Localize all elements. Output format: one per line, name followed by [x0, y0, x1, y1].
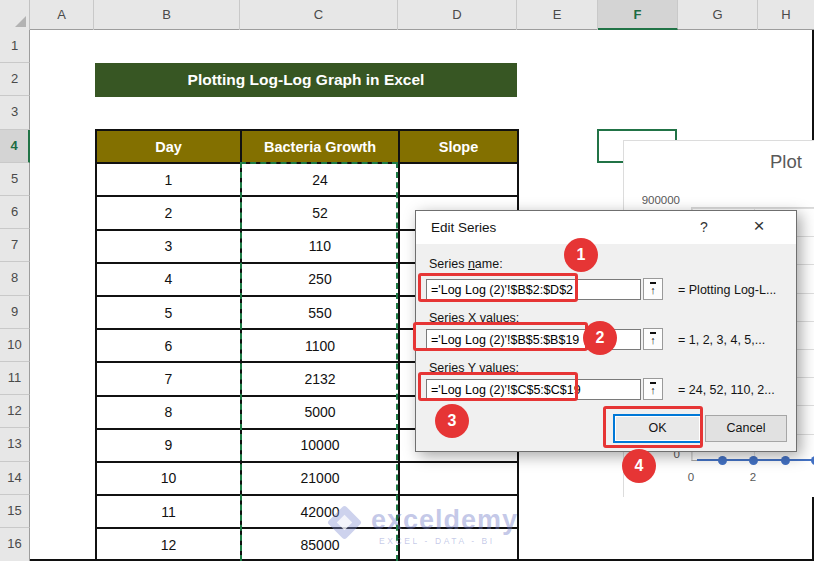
cell-growth[interactable]: 24: [241, 163, 399, 196]
cell-growth[interactable]: 21000: [241, 462, 399, 495]
cell-growth[interactable]: 550: [241, 296, 399, 329]
select-all-corner[interactable]: [0, 0, 30, 30]
cell-day[interactable]: 4: [96, 263, 241, 296]
chart-y-axis-max-label: 900000: [630, 194, 680, 206]
excel-window: A B C D E F G H 1 2 3 4 5 6 7 8 9 10 11 …: [0, 0, 814, 561]
help-icon[interactable]: ?: [696, 219, 712, 235]
cell-day[interactable]: 12: [96, 528, 241, 561]
chart-data-marker: [749, 456, 758, 465]
row-header-1[interactable]: 1: [0, 30, 30, 63]
series-y-range-picker-button[interactable]: ↑: [643, 378, 663, 400]
row-header-16[interactable]: 16: [0, 528, 30, 561]
cell-growth[interactable]: 250: [241, 263, 399, 296]
row-header-9[interactable]: 9: [0, 296, 30, 329]
ok-button[interactable]: OK: [613, 414, 702, 443]
chart-x-axis-tick-0: 0: [684, 471, 698, 483]
cell-day[interactable]: 3: [96, 230, 241, 263]
series-name-input[interactable]: [426, 279, 641, 300]
cell-day[interactable]: 1: [96, 163, 241, 196]
column-header-h[interactable]: H: [758, 0, 814, 30]
watermark-tagline: EXCEL - DATA - BI: [379, 536, 495, 546]
cell-day[interactable]: 2: [96, 196, 241, 229]
cell-slope[interactable]: [399, 163, 518, 196]
series-x-result: = 1, 2, 3, 4, 5,...: [678, 333, 765, 347]
row-header-4-selected[interactable]: 4: [0, 130, 30, 163]
chart-title: Plot: [770, 151, 802, 173]
series-name-result: = Plotting Log-L...: [678, 283, 776, 297]
series-x-label: Series X values:: [429, 311, 519, 325]
edit-series-dialog: Edit Series ? × Series name: ↑ = Plottin…: [415, 210, 797, 452]
row-header-11[interactable]: 11: [0, 362, 30, 395]
table-header-bacteria-growth[interactable]: Bacteria Growth: [241, 130, 399, 163]
column-header-f-selected[interactable]: F: [598, 0, 678, 30]
column-header-e[interactable]: E: [517, 0, 598, 30]
cell-day[interactable]: 9: [96, 429, 241, 462]
series-x-input[interactable]: [426, 329, 641, 350]
cancel-button[interactable]: Cancel: [705, 415, 787, 442]
select-all-triangle-icon: [15, 16, 26, 27]
row-header-7[interactable]: 7: [0, 229, 30, 262]
row-header-3[interactable]: 3: [0, 96, 30, 129]
table-header-row: Day Bacteria Growth Slope: [96, 130, 518, 163]
cell-day[interactable]: 8: [96, 396, 241, 429]
row-header-15[interactable]: 15: [0, 495, 30, 528]
cell-day[interactable]: 11: [96, 495, 241, 528]
cell-day[interactable]: 6: [96, 329, 241, 362]
series-x-range-picker-button[interactable]: ↑: [643, 328, 663, 350]
dialog-titlebar[interactable]: Edit Series ? ×: [416, 211, 796, 244]
table-row: 1021000: [96, 462, 518, 495]
series-y-result: = 24, 52, 110, 2...: [678, 383, 775, 397]
row-header-10[interactable]: 10: [0, 329, 30, 362]
table-header-day[interactable]: Day: [96, 130, 241, 163]
row-header-13[interactable]: 13: [0, 428, 30, 461]
table-header-slope[interactable]: Slope: [399, 130, 518, 163]
cell-growth[interactable]: 10000: [241, 429, 399, 462]
cell-slope[interactable]: [399, 462, 518, 495]
watermark-brand: exceldemy: [371, 505, 518, 536]
series-name-label: Series name:: [429, 257, 503, 271]
table-row: 124: [96, 163, 518, 196]
cell-growth[interactable]: 1100: [241, 329, 399, 362]
row-header-2[interactable]: 2: [0, 63, 30, 96]
chart-data-marker: [781, 456, 790, 465]
column-header-d[interactable]: D: [398, 0, 517, 30]
dialog-title: Edit Series: [431, 220, 496, 235]
row-header-5[interactable]: 5: [0, 163, 30, 196]
row-header-14[interactable]: 14: [0, 462, 30, 495]
series-y-input[interactable]: [426, 379, 641, 400]
row-header-12[interactable]: 12: [0, 395, 30, 428]
cell-growth[interactable]: 52: [241, 196, 399, 229]
column-header-g[interactable]: G: [678, 0, 758, 30]
cell-day[interactable]: 7: [96, 362, 241, 395]
close-icon[interactable]: ×: [749, 215, 769, 237]
cell-day[interactable]: 10: [96, 462, 241, 495]
chart-data-marker: [811, 456, 814, 465]
row-header-8[interactable]: 8: [0, 262, 30, 295]
cell-day[interactable]: 5: [96, 296, 241, 329]
series-y-label: Series Y values:: [429, 361, 519, 375]
column-header-a[interactable]: A: [30, 0, 94, 30]
row-header-6[interactable]: 6: [0, 196, 30, 229]
series-name-range-picker-button[interactable]: ↑: [643, 278, 663, 300]
worksheet-title-banner: Plotting Log-Log Graph in Excel: [95, 63, 517, 97]
collapse-dialog-arrow-icon: ↑: [650, 282, 656, 296]
cell-growth[interactable]: 2132: [241, 362, 399, 395]
cell-growth[interactable]: 110: [241, 230, 399, 263]
collapse-dialog-arrow-icon: ↑: [650, 332, 656, 346]
cell-growth[interactable]: 5000: [241, 396, 399, 429]
column-header-c[interactable]: C: [240, 0, 398, 30]
chart-x-axis-tick-2: 2: [746, 471, 760, 483]
chart-data-marker: [718, 456, 727, 465]
collapse-dialog-arrow-icon: ↑: [650, 382, 656, 396]
column-header-b[interactable]: B: [94, 0, 240, 30]
column-header-row: A B C D E F G H: [0, 0, 814, 30]
